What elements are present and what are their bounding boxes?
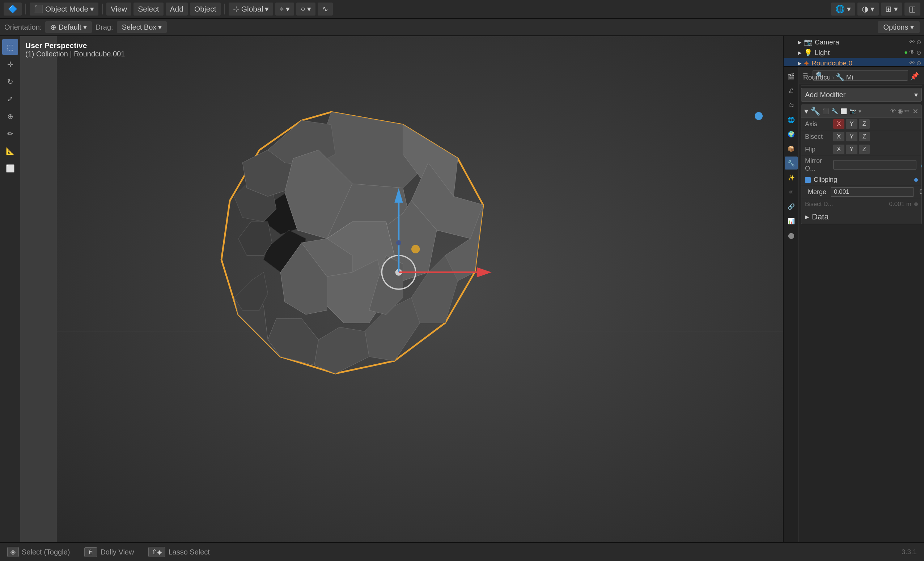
bisect-dist-dot: [914, 202, 918, 206]
bisect-dist-value: 0.001 m: [837, 200, 911, 208]
world-props-icon[interactable]: 🌍: [785, 127, 798, 141]
modifier-props-icon[interactable]: 🔧: [785, 157, 798, 169]
view-layer-props-icon[interactable]: 🗂: [785, 99, 798, 112]
particles-props-icon[interactable]: ✨: [785, 171, 798, 184]
light-icons: ● 👁 ⊙: [904, 49, 921, 56]
flip-row: Flip X Y Z: [801, 143, 921, 156]
curve-icon: ∿: [322, 5, 328, 13]
bisect-z-btn[interactable]: Z: [859, 132, 870, 141]
axis-x-btn[interactable]: X: [833, 119, 844, 129]
viewport-orbit-dot: [754, 112, 763, 120]
mesh-svg: [20, 36, 853, 542]
restrict-icon: ⊙: [916, 39, 921, 46]
axis-y-btn[interactable]: Y: [846, 119, 857, 129]
roundcube-row[interactable]: ▸ ◈ Roundcube.0 👁 ⊙: [784, 58, 924, 67]
modifier-type-dropdown[interactable]: ▾: [858, 108, 861, 115]
bottom-item-1: ◈ Select (Toggle): [7, 547, 70, 557]
xray-btn[interactable]: ◫: [904, 3, 920, 15]
transform-icon: ⊹: [233, 5, 240, 13]
measure-tool[interactable]: 📐: [2, 143, 18, 159]
merge-value-input[interactable]: [831, 187, 914, 197]
viewport-info: User Perspective (1) Collection | Roundc…: [26, 41, 125, 58]
snap-icon: ⌖: [280, 5, 284, 13]
clipping-checkbox[interactable]: [805, 177, 811, 183]
scene-render-icon[interactable]: 🎬: [785, 70, 798, 83]
modifier-type-icon3[interactable]: ⬜: [840, 108, 847, 115]
add-menu-btn[interactable]: Add: [166, 3, 188, 15]
roundcube-icons: 👁 ⊙: [909, 60, 921, 66]
bisect-dist-row: Bisect D... 0.001 m: [801, 199, 921, 210]
annotate-tool[interactable]: ✏: [2, 126, 18, 142]
data-triangle: ▸: [805, 212, 809, 221]
modifier-type-icon2[interactable]: 🔧: [831, 108, 838, 115]
output-props-icon[interactable]: 🖨: [785, 84, 798, 97]
render-icon[interactable]: ◉: [898, 107, 903, 115]
flip-x-btn[interactable]: X: [833, 145, 844, 154]
merge-row: Merge 0.001: [801, 186, 921, 199]
viewport-3d[interactable]: User Perspective (1) Collection | Roundc…: [20, 36, 853, 542]
select-box-tool[interactable]: ⬚: [2, 39, 18, 55]
camera-realtime-icon[interactable]: 👁: [890, 108, 896, 115]
pin-btn[interactable]: 📌: [908, 72, 920, 83]
flip-y-btn[interactable]: Y: [846, 145, 857, 154]
object-mode-icon: ⬛: [34, 5, 44, 13]
mirror-obj-input[interactable]: [833, 160, 916, 169]
data-label: Data: [812, 212, 828, 221]
bottom-item-3: ⇧◈ Lasso Select: [148, 547, 210, 557]
properties-section: ⊞ ☰ 📌 🎬 🖨 🗂 🌐 🌍 📦 🔧 ✨ ⚛ 🔗 📊 ⬤: [784, 67, 924, 542]
select-box-btn[interactable]: Select Box ▾: [117, 21, 167, 33]
scene-props-icon[interactable]: 🌐: [785, 113, 798, 126]
edit-icon[interactable]: ✏: [904, 107, 909, 115]
add-cube-tool[interactable]: ⬜: [2, 160, 18, 177]
modifier-type-icon4[interactable]: 📷: [849, 108, 856, 115]
physics-props-icon[interactable]: ⚛: [785, 186, 798, 199]
overlays-btn[interactable]: ⊞ ▾: [881, 3, 902, 15]
mirror-obj-label: Mirror O...: [805, 157, 830, 172]
bisect-x-btn[interactable]: X: [833, 132, 844, 141]
viewport-perspective-label: User Perspective: [26, 41, 125, 50]
material-props-icon[interactable]: ⬤: [785, 229, 798, 242]
second-toolbar: Orientation: ⊕ Default ▾ Drag: Select Bo…: [0, 19, 924, 36]
merge-value-display: 0.001: [917, 188, 922, 196]
proportional-btn[interactable]: ○ ▾: [296, 3, 315, 15]
select-menu-btn[interactable]: Select: [134, 3, 163, 15]
light-row[interactable]: ▸ 💡 Light ● 👁 ⊙: [784, 47, 924, 58]
add-modifier-btn[interactable]: Add Modifier ▾: [801, 88, 922, 102]
orientation-default-btn[interactable]: ⊕ Default ▾: [45, 21, 92, 33]
object-menu-btn[interactable]: Object: [190, 3, 221, 15]
object-props-icon[interactable]: 📦: [785, 142, 798, 155]
data-expand-row[interactable]: ▸ Data: [801, 210, 921, 224]
light-expand-icon: ▸: [798, 48, 802, 57]
data-props-icon[interactable]: 📊: [785, 214, 798, 227]
clipping-dot: [914, 178, 918, 182]
transform-tool[interactable]: ⊕: [2, 108, 18, 124]
snap-btn[interactable]: ⌖ ▾: [275, 3, 294, 15]
eyedropper-icon[interactable]: 💧: [919, 161, 922, 169]
bc-obj: Roundcu: [803, 73, 831, 81]
constraints-props-icon[interactable]: 🔗: [785, 200, 798, 213]
render-engine-btn[interactable]: 🌐 ▾: [831, 3, 855, 15]
roundcube-expand-icon: ▸: [798, 59, 802, 67]
rotate-tool[interactable]: ↻: [2, 74, 18, 90]
bisect-y-btn[interactable]: Y: [846, 132, 857, 141]
camera-row[interactable]: ▸ 📷 Camera 👁 ⊙: [784, 37, 924, 47]
bottom-bar: ◈ Select (Toggle) 🖱 Dolly View ⇧◈ Lasso …: [0, 542, 924, 561]
camera-name: Camera: [815, 38, 907, 46]
object-mode-btn[interactable]: ⬛ Object Mode ▾: [30, 3, 98, 15]
bc-mod: Mi: [846, 73, 853, 81]
transform-orient-btn[interactable]: ⊹ Global ▾: [229, 3, 273, 15]
view-menu-btn[interactable]: View: [106, 3, 131, 15]
viewport-shading-btn[interactable]: ◑ ▾: [857, 3, 879, 15]
curve-btn[interactable]: ∿: [318, 3, 333, 15]
modifier-type-icon1[interactable]: ⬛: [822, 108, 829, 115]
options-btn[interactable]: Options ▾: [878, 21, 920, 33]
axis-z-btn[interactable]: Z: [859, 119, 870, 129]
lasso-key: ⇧◈: [148, 547, 165, 557]
move-tool[interactable]: ✛: [2, 56, 18, 72]
blender-logo-btn[interactable]: 🔷: [4, 3, 22, 15]
mirror-modifier-block: ▾ 🔧 ⬛ 🔧 ⬜ 📷 ▾ 👁 ◉ ✏ ✕: [801, 105, 922, 224]
flip-z-btn[interactable]: Z: [859, 145, 870, 154]
scale-tool[interactable]: ⤢: [2, 91, 18, 107]
mirror-close-btn[interactable]: ✕: [912, 107, 919, 116]
merge-label: Merge: [808, 188, 828, 196]
